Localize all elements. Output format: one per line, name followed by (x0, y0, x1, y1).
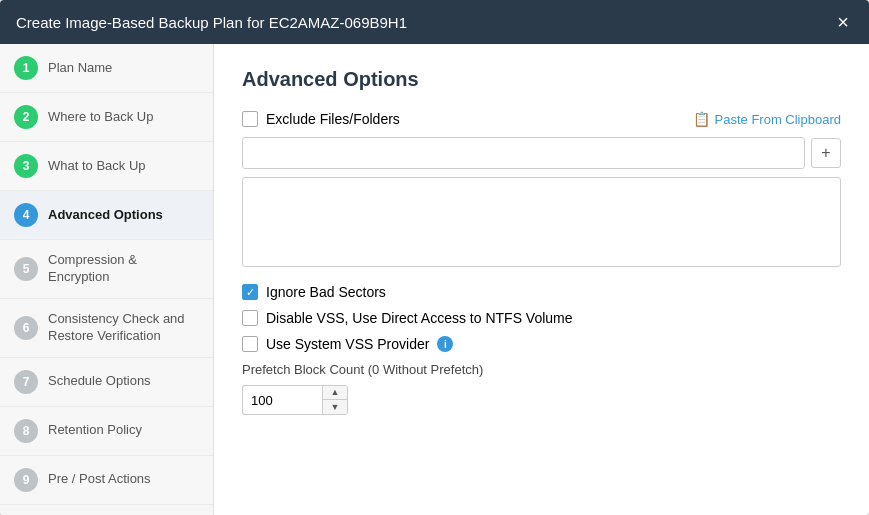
sidebar-label-retention-policy: Retention Policy (48, 422, 142, 439)
sidebar-label-pre-post-actions: Pre / Post Actions (48, 471, 151, 488)
modal-close-button[interactable]: × (833, 12, 853, 32)
sidebar-item-pre-post-actions[interactable]: 9Pre / Post Actions (0, 456, 213, 505)
exclude-files-checkbox[interactable] (242, 111, 258, 127)
sidebar-item-retention-policy[interactable]: 8Retention Policy (0, 407, 213, 456)
sidebar-badge-pre-post-actions: 9 (14, 468, 38, 492)
sidebar-item-where-to-back-up[interactable]: 2Where to Back Up (0, 93, 213, 142)
prefetch-stepper: ▲ ▼ (242, 385, 362, 415)
sidebar-label-what-to-back-up: What to Back Up (48, 158, 146, 175)
sidebar-badge-where-to-back-up: 2 (14, 105, 38, 129)
sidebar-label-compression-encryption: Compression & Encryption (48, 252, 199, 286)
sidebar-item-consistency-check[interactable]: 6Consistency Check and Restore Verificat… (0, 299, 213, 358)
sidebar-badge-plan-name: 1 (14, 56, 38, 80)
sidebar-badge-consistency-check: 6 (14, 316, 38, 340)
sidebar-label-schedule-options: Schedule Options (48, 373, 151, 390)
use-system-vss-row: Use System VSS Provider i (242, 336, 841, 352)
paste-from-clipboard-button[interactable]: 📋 Paste From Clipboard (693, 111, 841, 127)
use-system-vss-checkbox[interactable] (242, 336, 258, 352)
sidebar-item-schedule-options[interactable]: 7Schedule Options (0, 358, 213, 407)
sidebar-label-advanced-options: Advanced Options (48, 207, 163, 224)
ignore-bad-sectors-label: Ignore Bad Sectors (266, 284, 386, 300)
modal-header: Create Image-Based Backup Plan for EC2AM… (0, 0, 869, 44)
sidebar-badge-compression-encryption: 5 (14, 257, 38, 281)
add-exclude-button[interactable]: + (811, 138, 841, 168)
section-title: Advanced Options (242, 68, 841, 91)
disable-vss-label: Disable VSS, Use Direct Access to NTFS V… (266, 310, 573, 326)
sidebar-badge-schedule-options: 7 (14, 370, 38, 394)
modal-title: Create Image-Based Backup Plan for EC2AM… (16, 14, 407, 31)
sidebar-item-advanced-options[interactable]: 4Advanced Options (0, 191, 213, 240)
modal-body: 1Plan Name2Where to Back Up3What to Back… (0, 44, 869, 515)
exclude-files-left: Exclude Files/Folders (242, 111, 400, 127)
sidebar-label-plan-name: Plan Name (48, 60, 112, 77)
disable-vss-checkbox[interactable] (242, 310, 258, 326)
disable-vss-row: Disable VSS, Use Direct Access to NTFS V… (242, 310, 841, 326)
sidebar-item-plan-name[interactable]: 1Plan Name (0, 44, 213, 93)
exclude-input-row: + (242, 137, 841, 169)
paste-from-clipboard-label: Paste From Clipboard (715, 112, 841, 127)
exclude-files-row: Exclude Files/Folders 📋 Paste From Clipb… (242, 111, 841, 127)
ignore-bad-sectors-row: Ignore Bad Sectors (242, 284, 841, 300)
exclude-files-label: Exclude Files/Folders (266, 111, 400, 127)
sidebar-badge-retention-policy: 8 (14, 419, 38, 443)
prefetch-increment-button[interactable]: ▲ (323, 386, 347, 400)
info-icon[interactable]: i (437, 336, 453, 352)
prefetch-input[interactable] (242, 385, 322, 415)
sidebar-badge-what-to-back-up: 3 (14, 154, 38, 178)
prefetch-label: Prefetch Block Count (0 Without Prefetch… (242, 362, 841, 377)
sidebar-item-compression-encryption[interactable]: 5Compression & Encryption (0, 240, 213, 299)
sidebar-label-where-to-back-up: Where to Back Up (48, 109, 154, 126)
ignore-bad-sectors-checkbox[interactable] (242, 284, 258, 300)
exclude-textarea[interactable] (242, 177, 841, 267)
sidebar-label-consistency-check: Consistency Check and Restore Verificati… (48, 311, 199, 345)
sidebar-badge-advanced-options: 4 (14, 203, 38, 227)
sidebar-item-what-to-back-up[interactable]: 3What to Back Up (0, 142, 213, 191)
exclude-input[interactable] (242, 137, 805, 169)
modal: Create Image-Based Backup Plan for EC2AM… (0, 0, 869, 515)
sidebar: 1Plan Name2Where to Back Up3What to Back… (0, 44, 214, 515)
prefetch-decrement-button[interactable]: ▼ (323, 400, 347, 414)
use-system-vss-label: Use System VSS Provider (266, 336, 429, 352)
main-content: Advanced Options Exclude Files/Folders 📋… (214, 44, 869, 515)
stepper-buttons: ▲ ▼ (322, 385, 348, 415)
paste-icon: 📋 (693, 111, 710, 127)
